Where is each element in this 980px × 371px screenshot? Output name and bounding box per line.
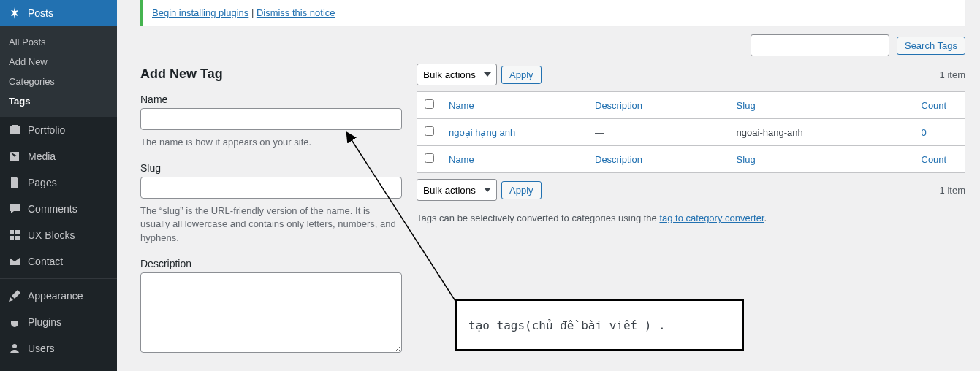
bulk-actions-select-bottom[interactable]: Bulk actions bbox=[417, 179, 497, 201]
items-count-bottom: 1 item bbox=[940, 185, 965, 196]
brush-icon bbox=[7, 288, 22, 303]
col-name-foot[interactable]: Name bbox=[441, 146, 588, 173]
dismiss-notice-link[interactable]: Dismiss this notice bbox=[257, 7, 335, 18]
sidebar-label: Comments bbox=[28, 203, 77, 215]
sidebar-label: Plugins bbox=[28, 316, 61, 328]
tablenav-bottom: Bulk actions Apply 1 item bbox=[417, 179, 965, 201]
pages-icon bbox=[7, 175, 22, 190]
media-icon bbox=[7, 149, 22, 164]
sidebar-item-comments[interactable]: Comments bbox=[0, 196, 117, 222]
col-description[interactable]: Description bbox=[588, 92, 729, 119]
search-tags-button[interactable]: Search Tags bbox=[897, 37, 965, 55]
row-count-link[interactable]: 0 bbox=[922, 127, 927, 138]
bulk-actions-select[interactable]: Bulk actions bbox=[417, 64, 497, 85]
form-title: Add New Tag bbox=[140, 66, 402, 82]
sidebar-label: Portfolio bbox=[28, 124, 65, 136]
annotation-text: tạo tags(chủ đề bài viết ) . bbox=[468, 318, 666, 332]
name-help: The name is how it appears on your site. bbox=[140, 136, 402, 149]
converter-pre: Tags can be selectively converted to cat… bbox=[417, 213, 659, 223]
row-slug: ngoai-hang-anh bbox=[729, 119, 914, 146]
sidebar-label: Pages bbox=[28, 177, 57, 188]
submenu-categories[interactable]: Categories bbox=[0, 72, 117, 91]
install-notice: Begin installing plugins | Dismiss this … bbox=[140, 0, 965, 26]
sidebar-label: Posts bbox=[28, 7, 53, 19]
row-checkbox[interactable] bbox=[425, 126, 434, 136]
col-slug-foot[interactable]: Slug bbox=[729, 146, 914, 173]
col-name[interactable]: Name bbox=[441, 92, 588, 119]
sidebar-item-appearance[interactable]: Appearance bbox=[0, 283, 117, 309]
description-label: Description bbox=[140, 258, 402, 269]
sidebar-label: Appearance bbox=[28, 290, 83, 302]
blocks-icon bbox=[7, 228, 22, 242]
sidebar-item-contact[interactable]: Contact bbox=[0, 248, 117, 275]
users-icon bbox=[7, 341, 22, 356]
portfolio-icon bbox=[7, 123, 22, 137]
items-count-top: 1 item bbox=[940, 69, 965, 80]
tag-slug-input[interactable] bbox=[140, 177, 402, 199]
sidebar-item-portfolio[interactable]: Portfolio bbox=[0, 117, 117, 143]
envelope-icon bbox=[7, 254, 22, 269]
admin-sidebar: Posts All Posts Add New Categories Tags … bbox=[0, 0, 117, 371]
sidebar-label: Media bbox=[28, 150, 56, 162]
converter-help: Tags can be selectively converted to cat… bbox=[417, 213, 965, 223]
apply-button-top[interactable]: Apply bbox=[501, 66, 542, 84]
name-label: Name bbox=[140, 93, 402, 105]
plug-icon bbox=[7, 315, 22, 329]
begin-install-link[interactable]: Begin installing plugins bbox=[152, 7, 248, 18]
sidebar-item-posts[interactable]: Posts bbox=[0, 0, 117, 26]
sidebar-item-plugins[interactable]: Plugins bbox=[0, 309, 117, 335]
col-description-foot[interactable]: Description bbox=[588, 146, 729, 173]
submenu-all-posts[interactable]: All Posts bbox=[0, 32, 117, 52]
converter-post: . bbox=[764, 213, 767, 223]
apply-button-bottom[interactable]: Apply bbox=[501, 181, 542, 199]
search-input[interactable] bbox=[751, 34, 889, 56]
tag-name-link[interactable]: ngoại hạng anh bbox=[449, 127, 515, 138]
slug-help: The “slug” is the URL-friendly version o… bbox=[140, 204, 402, 245]
col-count[interactable]: Count bbox=[914, 92, 965, 119]
col-count-foot[interactable]: Count bbox=[914, 146, 965, 173]
add-tag-form: Add New Tag Name The name is how it appe… bbox=[132, 64, 402, 355]
menu-separator bbox=[0, 278, 117, 279]
search-controls: Search Tags bbox=[132, 34, 965, 56]
tag-name-input[interactable] bbox=[140, 108, 402, 130]
select-all-bottom[interactable] bbox=[425, 153, 434, 163]
tag-description-input[interactable] bbox=[140, 272, 402, 353]
row-description: — bbox=[588, 119, 729, 146]
slug-label: Slug bbox=[140, 162, 402, 174]
submenu-add-new[interactable]: Add New bbox=[0, 52, 117, 72]
converter-link[interactable]: tag to category converter bbox=[659, 213, 764, 223]
comments-icon bbox=[7, 202, 22, 216]
posts-submenu: All Posts Add New Categories Tags bbox=[0, 26, 117, 117]
annotation-note: tạo tags(chủ đề bài viết ) . bbox=[455, 299, 744, 351]
submenu-tags[interactable]: Tags bbox=[0, 91, 117, 111]
sidebar-item-media[interactable]: Media bbox=[0, 143, 117, 169]
sidebar-item-pages[interactable]: Pages bbox=[0, 169, 117, 196]
tablenav-top: Bulk actions Apply 1 item bbox=[417, 64, 965, 85]
sidebar-label: Contact bbox=[28, 256, 63, 267]
col-slug[interactable]: Slug bbox=[729, 92, 914, 119]
select-all-top[interactable] bbox=[425, 99, 434, 109]
tags-table: Name Description Slug Count ngoại hạng a… bbox=[417, 91, 965, 173]
sidebar-item-uxblocks[interactable]: UX Blocks bbox=[0, 222, 117, 248]
pin-icon bbox=[7, 6, 22, 20]
sidebar-item-users[interactable]: Users bbox=[0, 335, 117, 362]
notice-separator: | bbox=[248, 7, 257, 18]
sidebar-label: Users bbox=[28, 343, 55, 354]
svg-point-0 bbox=[12, 344, 17, 348]
sidebar-label: UX Blocks bbox=[28, 229, 75, 241]
table-row: ngoại hạng anh — ngoai-hang-anh 0 bbox=[417, 119, 965, 146]
